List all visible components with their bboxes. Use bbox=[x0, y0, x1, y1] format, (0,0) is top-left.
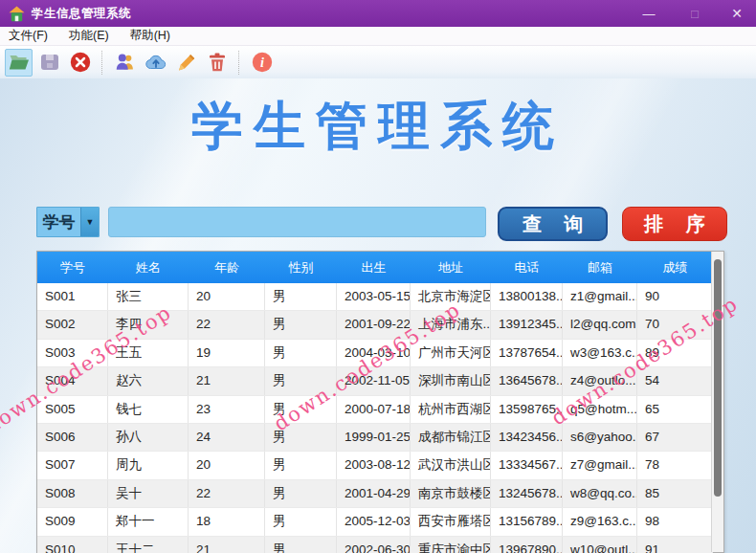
table-cell: S009 bbox=[37, 508, 108, 535]
table-cell: 13912345... bbox=[491, 311, 563, 338]
vertical-scrollbar[interactable] bbox=[711, 252, 723, 552]
table-cell: S002 bbox=[37, 311, 108, 338]
table-cell: 北京市海淀区 bbox=[411, 283, 491, 310]
table-row[interactable]: S004赵六21男2002-11-05深圳市南山区13645678...z4@o… bbox=[37, 367, 713, 395]
table-cell: 13645678... bbox=[491, 367, 563, 394]
table-cell: 2000-07-18 bbox=[337, 396, 411, 423]
menu-function[interactable]: 功能(E) bbox=[58, 26, 120, 46]
table-row[interactable]: S006孙八24男1999-01-25成都市锦江区13423456...s6@y… bbox=[37, 424, 713, 452]
table-cell: 男 bbox=[265, 537, 337, 553]
page-title: 学生管理系统 bbox=[0, 92, 756, 162]
chevron-down-icon[interactable]: ▼ bbox=[80, 208, 99, 236]
column-header-1[interactable]: 学号 bbox=[37, 252, 108, 283]
search-field-dropdown[interactable]: 学号 ▼ bbox=[36, 207, 100, 237]
table-cell: 13334567... bbox=[491, 452, 563, 478]
table-cell: 上海市浦东... bbox=[411, 311, 491, 338]
table-cell: 19 bbox=[189, 340, 265, 366]
table-cell: S008 bbox=[37, 480, 108, 507]
app-logo-icon bbox=[9, 6, 25, 22]
table-cell: 男 bbox=[265, 311, 337, 338]
table-cell: 李四 bbox=[108, 311, 189, 338]
column-header-2[interactable]: 姓名 bbox=[108, 252, 189, 283]
menu-help[interactable]: 帮助(H) bbox=[120, 26, 181, 46]
table-cell: S005 bbox=[37, 396, 108, 423]
table-row[interactable]: S005钱七23男2000-07-18杭州市西湖区13598765...q5@h… bbox=[37, 396, 713, 424]
table-cell: 2003-05-15 bbox=[337, 283, 411, 310]
table-cell: 男 bbox=[265, 452, 337, 478]
table-cell: 21 bbox=[189, 367, 265, 394]
table-cell: 85 bbox=[637, 480, 713, 507]
table-cell: z1@gmail.... bbox=[563, 283, 637, 310]
table-cell: l2@qq.com bbox=[563, 311, 637, 338]
table-cell: 13967890... bbox=[491, 537, 563, 553]
table-cell: 杭州市西湖区 bbox=[411, 396, 491, 423]
main-area: 学生管理系统 学号 ▼ 查 询 排 序 学号姓名年龄性别出生地址电话邮箱成绩 S… bbox=[0, 78, 756, 553]
save-icon[interactable] bbox=[35, 49, 63, 77]
table-row[interactable]: S003王五19男2004-03-10广州市天河区13787654...w3@1… bbox=[37, 340, 713, 367]
delete-icon[interactable] bbox=[203, 49, 231, 77]
table-cell: 2004-03-10 bbox=[337, 340, 411, 366]
table-cell: 23 bbox=[189, 396, 265, 423]
menu-file[interactable]: 文件(F) bbox=[0, 26, 58, 46]
table-row[interactable]: S010王十二21男2002-06-30重庆市渝中区13967890...w10… bbox=[37, 537, 713, 553]
close-button[interactable]: ✕ bbox=[720, 0, 754, 27]
table-cell: z7@gmail.... bbox=[563, 452, 637, 478]
table-row[interactable]: S008吴十22男2001-04-29南京市鼓楼区13245678...w8@q… bbox=[37, 480, 713, 508]
close-icon[interactable] bbox=[66, 49, 94, 77]
table-cell: 2002-11-05 bbox=[337, 367, 411, 394]
table-cell: 男 bbox=[265, 424, 337, 451]
sort-button[interactable]: 排 序 bbox=[622, 207, 727, 241]
table-cell: S006 bbox=[37, 424, 108, 451]
info-icon[interactable]: i bbox=[248, 49, 276, 77]
column-header-5[interactable]: 出生 bbox=[337, 252, 411, 283]
search-field-value: 学号 bbox=[37, 208, 80, 236]
minimize-button[interactable]: — bbox=[632, 0, 666, 27]
table-cell: 18 bbox=[189, 508, 265, 535]
edit-icon[interactable] bbox=[172, 49, 200, 77]
table-row[interactable]: S009郑十一18男2005-12-03西安市雁塔区13156789...z9@… bbox=[37, 508, 713, 536]
table-cell: 22 bbox=[189, 480, 265, 507]
table-cell: 赵六 bbox=[108, 367, 189, 394]
table-cell: 成都市锦江区 bbox=[411, 424, 491, 451]
scrollbar-thumb[interactable] bbox=[714, 259, 722, 497]
table-cell: S001 bbox=[37, 283, 108, 310]
column-header-6[interactable]: 地址 bbox=[411, 252, 491, 283]
table-cell: 13245678... bbox=[491, 480, 563, 507]
table-cell: 13800138... bbox=[491, 283, 563, 310]
column-header-3[interactable]: 年龄 bbox=[189, 252, 265, 283]
column-header-4[interactable]: 性别 bbox=[265, 252, 337, 283]
window-title: 学生信息管理系统 bbox=[32, 6, 131, 22]
column-header-7[interactable]: 电话 bbox=[491, 252, 563, 283]
table-cell: 89 bbox=[637, 340, 713, 366]
table-row[interactable]: S001张三20男2003-05-15北京市海淀区13800138...z1@g… bbox=[37, 283, 713, 311]
table-cell: 65 bbox=[637, 396, 713, 423]
table-cell: S007 bbox=[37, 452, 108, 478]
table-cell: 武汉市洪山区 bbox=[411, 452, 491, 478]
table-cell: 13156789... bbox=[491, 508, 563, 535]
search-input[interactable] bbox=[108, 207, 486, 237]
table-cell: 张三 bbox=[108, 283, 189, 310]
table-cell: 男 bbox=[265, 508, 337, 535]
table-cell: 2005-12-03 bbox=[337, 508, 411, 535]
table-cell: 男 bbox=[265, 480, 337, 507]
table-cell: z9@163.c... bbox=[563, 508, 637, 535]
open-folder-icon[interactable] bbox=[5, 49, 33, 77]
table-cell: 周九 bbox=[108, 452, 189, 478]
table-cell: S004 bbox=[37, 367, 108, 394]
table-cell: 13598765... bbox=[491, 396, 563, 423]
table-cell: 67 bbox=[637, 424, 713, 451]
users-icon[interactable] bbox=[111, 49, 139, 77]
toolbar: i bbox=[0, 46, 756, 78]
query-button[interactable]: 查 询 bbox=[498, 207, 608, 241]
table-cell: S010 bbox=[37, 537, 108, 553]
table-cell: 钱七 bbox=[108, 396, 189, 423]
table-cell: 91 bbox=[637, 537, 713, 553]
cloud-upload-icon[interactable] bbox=[142, 49, 169, 77]
table-row[interactable]: S007周九20男2003-08-12武汉市洪山区13334567...z7@g… bbox=[37, 452, 713, 479]
column-header-8[interactable]: 邮箱 bbox=[563, 252, 637, 283]
table-cell: 男 bbox=[265, 340, 337, 366]
table-row[interactable]: S002李四22男2001-09-22上海市浦东...13912345...l2… bbox=[37, 311, 713, 339]
maximize-button[interactable]: □ bbox=[678, 0, 712, 27]
table-cell: 王十二 bbox=[108, 537, 189, 553]
column-header-9[interactable]: 成绩 bbox=[637, 252, 713, 283]
